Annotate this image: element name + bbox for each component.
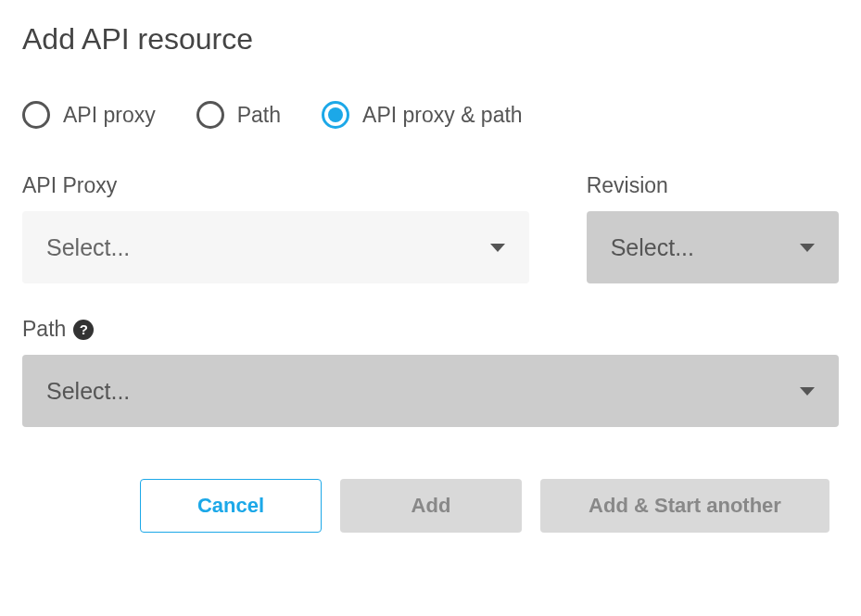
path-label-text: Path bbox=[22, 317, 66, 342]
chevron-down-icon bbox=[800, 387, 815, 396]
radio-icon bbox=[196, 101, 224, 129]
add-button[interactable]: Add bbox=[340, 479, 522, 533]
api-proxy-label: API Proxy bbox=[22, 173, 529, 198]
path-label: Path ? bbox=[22, 317, 839, 342]
help-icon[interactable]: ? bbox=[73, 320, 94, 340]
field-revision: Revision Select... bbox=[587, 173, 839, 283]
revision-label: Revision bbox=[587, 173, 839, 198]
radio-api-proxy[interactable]: API proxy bbox=[22, 101, 156, 129]
radio-label: API proxy bbox=[63, 103, 156, 128]
button-row: Cancel Add Add & Start another bbox=[22, 479, 839, 533]
add-and-start-another-button[interactable]: Add & Start another bbox=[540, 479, 829, 533]
radio-path[interactable]: Path bbox=[196, 101, 281, 129]
path-select[interactable]: Select... bbox=[22, 355, 839, 427]
chevron-down-icon bbox=[490, 244, 505, 252]
radio-label: Path bbox=[237, 103, 281, 128]
cancel-button[interactable]: Cancel bbox=[140, 479, 322, 533]
chevron-down-icon bbox=[800, 244, 815, 252]
form-row-path: Path ? Select... bbox=[22, 317, 839, 427]
api-proxy-select[interactable]: Select... bbox=[22, 211, 529, 283]
field-path: Path ? Select... bbox=[22, 317, 839, 427]
radio-icon bbox=[322, 101, 349, 129]
resource-type-radio-group: API proxy Path API proxy & path bbox=[22, 101, 839, 129]
revision-select[interactable]: Select... bbox=[587, 211, 839, 283]
radio-label: API proxy & path bbox=[362, 103, 523, 128]
select-placeholder: Select... bbox=[611, 234, 694, 261]
page-title: Add API resource bbox=[22, 22, 839, 57]
radio-api-proxy-and-path[interactable]: API proxy & path bbox=[322, 101, 523, 129]
form-row-proxy-revision: API Proxy Select... Revision Select... bbox=[22, 173, 839, 283]
select-placeholder: Select... bbox=[46, 378, 130, 405]
select-placeholder: Select... bbox=[46, 234, 130, 261]
radio-icon bbox=[22, 101, 50, 129]
field-api-proxy: API Proxy Select... bbox=[22, 173, 529, 283]
